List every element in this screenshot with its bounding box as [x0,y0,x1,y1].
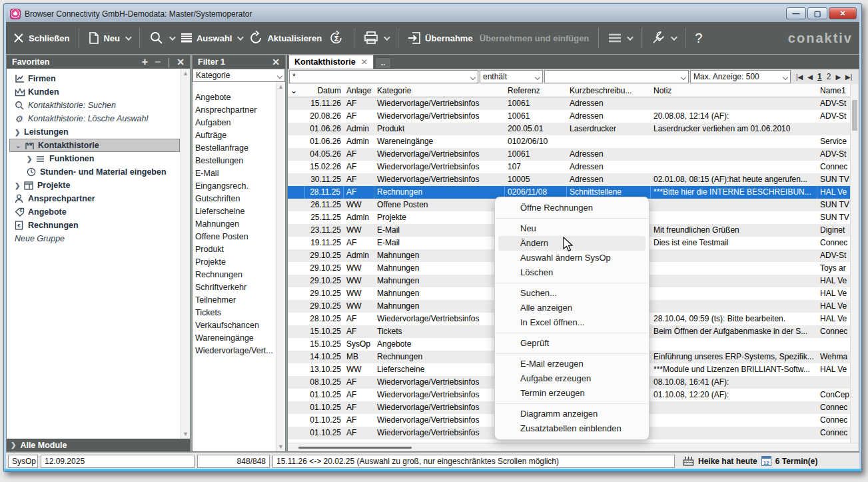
filter-option-offene-posten[interactable]: Offene Posten [195,231,285,243]
filter-option-schriftverkehr[interactable]: Schriftverkehr [195,281,285,294]
sidebar-item-kunden[interactable]: Kunden [9,85,190,99]
aktualisieren-button[interactable]: Aktualisieren [248,31,322,45]
print-button[interactable] [364,31,388,45]
help-button[interactable]: ? [695,31,702,46]
table-row[interactable]: 15.02.26AFWiedervorlage/Vertriebsinfos10… [288,161,859,173]
tab-more[interactable]: .. [375,57,392,69]
filter-option-aufgaben[interactable]: Aufgaben [195,117,285,129]
column-selector-chevron-icon[interactable]: ⌄ [288,84,305,97]
sidebar-item-angebote[interactable]: €Angebote [9,205,190,219]
sidebar-item-kontakthistorie-suchen[interactable]: Kontakthistorie: Suchen [9,99,190,112]
filter-option-lieferscheine[interactable]: Lieferscheine [195,205,285,218]
sidebar-item-kontakthistorie-lösche-auswahl[interactable]: ⚙Kontakthistorie: Lösche Auswahl [9,112,190,125]
sidebar-item-rechnungen[interactable]: €Rechnungen [9,219,190,232]
value-dropdown[interactable] [544,70,689,83]
column-header-anlage[interactable]: Anlage [344,84,374,97]
operator-dropdown[interactable]: enthält [480,70,543,83]
appointments-text[interactable]: 6 Termin(e) [775,457,818,466]
sidebar-item-projekte[interactable]: ❯Projekte [9,179,190,192]
auswahl-button[interactable]: Auswahl [181,33,242,43]
menu-item-termin-erzeugen[interactable]: Termin erzeugen [498,386,646,401]
filter-option-wiedervorlage-vert[interactable]: Wiedervorlage/Vert... [195,345,285,357]
max-display-dropdown[interactable]: Max. Anzeige: 500 [690,70,791,83]
column-header-datum[interactable]: Datum [305,84,344,97]
column-header-referenz[interactable]: Referenz [505,84,567,97]
table-row[interactable]: 01.06.26AdminWareneingänge0102/06/10Serv… [288,135,859,148]
chevron-down-icon[interactable]: ⌄ [15,142,25,149]
menu-item-suchen[interactable]: Suchen... [498,286,646,301]
menu-item-e-mail-erzeugen[interactable]: E-Mail erzeugen [498,357,646,371]
table-row[interactable]: 15.11.26AFWiedervorlage/Vertriebsinfos10… [288,97,859,110]
sidebar-item-firmen[interactable]: Firmen [9,72,190,85]
scrollbar-thumb[interactable] [852,100,857,131]
menu-button[interactable] [608,33,632,43]
uebernahme-button[interactable]: Übernahme [408,31,473,45]
column-header-kurzbeschreibu[interactable]: Kurzbeschreibu... [567,84,651,97]
next-page-button[interactable]: ▶ [835,73,841,81]
filter-option-aufträge[interactable]: Aufträge [195,129,285,142]
filter-option-verkaufschancen[interactable]: Verkaufschancen [195,319,285,332]
filter-option-eingangsrech[interactable]: Eingangsrech. [195,180,285,193]
menu-item-alle-anzeigen[interactable]: Alle anzeigen [498,301,646,315]
filter-option-bestellungen[interactable]: Bestellungen [195,155,285,167]
uebernehmen-einfuegen-button[interactable]: Übernehmen und einfügen [480,33,590,43]
chevron-right-icon[interactable]: ❯ [27,155,36,163]
search-button[interactable] [149,31,174,45]
horizontal-scrollbar[interactable] [288,443,859,451]
page-1-button[interactable]: 1 [817,72,822,81]
sidebar-item-stunden-und-material-eingeben[interactable]: Stunden- und Material eingeben [9,165,190,179]
filter-option-mahnungen[interactable]: Mahnungen [195,218,285,231]
sidebar-item-funktionen[interactable]: ❯Funktionen [9,152,190,165]
filter-option-bestellanfrage[interactable]: Bestellanfrage [195,142,285,155]
sidebar-item-kontakthistorie[interactable]: ⌄Kontakthistorie [9,139,180,152]
table-row[interactable]: 04.05.26AFWiedervorlage/Vertriebsinfos10… [288,148,859,161]
close-filter-button[interactable]: ✕ [272,57,280,67]
filter-option-teilnehmer[interactable]: Teilnehmer [195,294,285,307]
scrollbar-thumb[interactable] [298,447,412,449]
column-header-notiz[interactable]: Notiz [651,84,817,97]
menu-item-öffne-rechnungen[interactable]: Öffne Rechnungen [498,201,646,215]
menu-item-auswahl-ändern-sysop[interactable]: Auswahl ändern SysOp [498,251,646,265]
close-tab-icon[interactable]: ✕ [361,57,368,67]
table-row[interactable]: 01.06.26AdminProdukt200.05.01Laserdrucke… [288,123,859,135]
menu-item-in-excel-öffnen[interactable]: In Excel öffnen... [498,315,646,330]
tools-button[interactable] [651,31,675,45]
filter-option-angebote[interactable]: Angebote [195,91,285,104]
page-2-button[interactable]: 2 [827,72,831,81]
menu-item-löschen[interactable]: Löschen [498,265,646,280]
filter-option-tickets[interactable]: Tickets [195,307,285,319]
chevron-right-icon[interactable]: ❯ [15,182,24,189]
scroll-down-icon[interactable]: ▼ [276,442,285,451]
alle-module-bar[interactable]: ❯ Alle Module [7,439,190,451]
scroll-down-icon[interactable]: ▼ [181,429,190,439]
menu-item-aufgabe-erzeugen[interactable]: Aufgabe erzeugen [498,371,646,386]
sidebar-item-neue-gruppe[interactable]: Neue Gruppe [9,232,190,245]
menu-item-geprüft[interactable]: Geprüft [498,336,646,351]
last-page-button[interactable]: ▶| [845,73,852,81]
filter-option-ansprechpartner[interactable]: Ansprechpartner [195,104,285,117]
sidebar-item-leistungen[interactable]: ❯Leistungen [9,125,190,139]
menu-item-diagramm-anzeigen[interactable]: Diagramm anzeigen [498,407,646,421]
column-header-kategorie[interactable]: Kategorie [374,84,505,97]
filter-category-dropdown[interactable]: Kategorie [193,69,285,82]
schliessen-button[interactable]: Schließen [13,32,69,44]
filter-option-wareneingänge[interactable]: Wareneingänge [195,332,285,345]
menu-item-zusatztabellen-einblenden[interactable]: Zusatztabellen einblenden [498,421,646,436]
sidebar-item-ansprechpartner[interactable]: Ansprechpartner [9,192,190,205]
remove-favorite-button[interactable]: − [155,56,161,68]
filter-option-rechnungen[interactable]: Rechnungen [195,269,285,281]
filter-scrollbar[interactable]: ▲ ▼ [276,82,285,451]
close-favorites-button[interactable]: ✕ [177,57,185,67]
filter-option-projekte[interactable]: Projekte [195,256,285,269]
scroll-up-icon[interactable]: ▲ [181,69,190,78]
menu-item-neu[interactable]: Neu [498,221,646,236]
table-row[interactable]: 20.08.26AFWiedervorlage/Vertriebsinfos10… [288,110,859,123]
chevron-right-icon[interactable]: ❯ [15,129,24,136]
first-page-button[interactable]: |◀ [796,73,803,81]
neu-button[interactable]: Neu [89,32,130,44]
table-row[interactable]: 30.11.25AFWiedervorlage/Vertriebsinfos10… [288,173,859,186]
close-button[interactable]: ✕ [829,7,857,19]
menu-item-ändern[interactable]: Ändern [498,236,646,251]
maximize-button[interactable]: ▢ [807,7,827,19]
vertical-scrollbar[interactable] [850,84,859,443]
